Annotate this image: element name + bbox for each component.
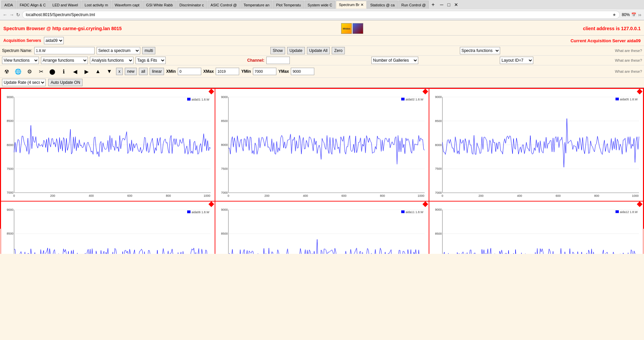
toolbar-row: ☢ 🌐 ⚙ ✂ ⬤ ℹ ◀ ▶ ▲ ▼ x new all linear XMi… (0, 65, 644, 78)
tab-gsi[interactable]: GSI White Rabb (143, 1, 176, 9)
tab-aida[interactable]: AIDA (1, 1, 16, 9)
new-button[interactable]: new (125, 68, 137, 75)
more-button[interactable]: ›› (638, 12, 641, 17)
linear-button[interactable]: linear (150, 68, 164, 75)
channel-label: Channel: (247, 58, 264, 63)
cut-icon[interactable]: ✂ (36, 67, 46, 76)
download-icon[interactable]: ▼ (105, 67, 114, 76)
what-are-1: What are these? (615, 49, 642, 53)
address-bar: ← → ↻ localhost:8015/Spectrum/Spectrum.t… (0, 9, 644, 20)
layout-id-dropdown[interactable]: Layout ID=7 (500, 57, 533, 64)
tab-bar: AIDA FADC Align & C LED and Wavel Lost a… (0, 0, 644, 9)
app-logo (353, 23, 363, 34)
zoom-level: 80% (622, 12, 630, 17)
tab-asic[interactable]: ASIC Control @ (208, 1, 240, 9)
chart-cell-aida05[interactable] (429, 89, 643, 201)
spectrum-name-input[interactable]: 1.8.W (34, 47, 95, 54)
acq-server-select[interactable]: aida09 (44, 37, 64, 44)
zoom-area: 80% 📅 (622, 12, 636, 17)
tab-discriminator[interactable]: Discriminator c (176, 1, 207, 9)
chart-cell-aida02[interactable] (215, 89, 429, 201)
tab-fadc[interactable]: FADC Align & C (17, 1, 49, 9)
what-are-2: What are these? (615, 58, 642, 62)
back-button[interactable]: ← (3, 12, 7, 17)
xmax-input[interactable]: 1019 (216, 68, 239, 75)
chart-canvas-aida05 (431, 90, 642, 200)
tab-lost[interactable]: Lost activity m (82, 1, 111, 9)
arrow-left-icon[interactable]: ◀ (70, 67, 80, 76)
num-galleries-dropdown[interactable]: Number of Galleries (371, 57, 418, 64)
close-button[interactable]: ✕ (453, 2, 460, 7)
tab-stats[interactable]: Statistics @ ca (367, 1, 398, 9)
reload-nav-button[interactable]: ↻ (16, 12, 20, 17)
chart-canvas-aida06 (2, 203, 213, 254)
page-header: Spectrum Browser @ http carme-gsi.cryrin… (0, 20, 644, 36)
spectrum-name-label: Spectrum Name: (2, 48, 32, 53)
browser-chrome: AIDA FADC Align & C LED and Wavel Lost a… (0, 0, 644, 20)
globe-icon[interactable]: 🌐 (13, 67, 23, 76)
x-button[interactable]: x (116, 68, 123, 75)
bookmark-icon: 📅 (631, 12, 636, 17)
auto-update-button[interactable]: Auto Update ON (48, 79, 83, 86)
tab-waveform[interactable]: Waveform capt (112, 1, 143, 9)
tab-temp[interactable]: Temperature an (240, 1, 272, 9)
channel-input[interactable] (266, 57, 290, 64)
tab-system[interactable]: System wide C (305, 1, 335, 9)
chart-cell-aida11[interactable] (215, 201, 429, 254)
minimize-button[interactable]: ─ (439, 2, 445, 7)
ymax-input[interactable]: 9000 (291, 68, 314, 75)
arrange-functions-dropdown[interactable]: Arrange functions (41, 57, 88, 64)
page-title: Spectrum Browser @ http carme-gsi.cryrin… (3, 26, 122, 31)
show-button[interactable]: Show (270, 47, 285, 54)
current-acq-server: Current Acquisition Server aida09 (571, 38, 641, 43)
tab-plot-temp[interactable]: Plot Temperatu (273, 1, 304, 9)
autoupdate-row: Update Rate (4 secs) Auto Update ON (0, 78, 644, 88)
chart-canvas-aida01 (2, 90, 213, 200)
view-functions-dropdown[interactable]: View functions (2, 57, 39, 64)
all-button[interactable]: all (139, 68, 148, 75)
arrow-right-icon[interactable]: ▶ (82, 67, 91, 76)
chart-cell-aida12[interactable] (429, 201, 643, 254)
chart-cell-aida06[interactable] (1, 201, 215, 254)
xmin-input[interactable]: 0 (178, 68, 201, 75)
tab-run[interactable]: Run Control @ (398, 1, 429, 9)
chart-canvas-aida11 (217, 203, 428, 254)
ymin-label: YMin (241, 69, 251, 74)
update-rate-dropdown[interactable]: Update Rate (4 secs) (2, 79, 46, 86)
multi-button[interactable]: multi (142, 47, 155, 54)
client-address: client address is 127.0.0.1 (583, 26, 641, 31)
settings-icon[interactable]: ⚙ (25, 67, 34, 76)
xmin-label: XMin (166, 69, 176, 74)
ymin-input[interactable]: 7000 (253, 68, 276, 75)
info-icon[interactable]: ℹ (59, 67, 68, 76)
url-text: localhost:8015/Spectrum/Spectrum.tml (26, 12, 612, 17)
midas-logo: Midas (341, 23, 352, 34)
new-tab-button[interactable]: + (429, 1, 436, 8)
xmax-label: XMax (203, 69, 214, 74)
select-spectrum-dropdown[interactable]: Select a spectrum (97, 47, 140, 54)
acq-servers-label: Acquisition Servers (3, 38, 41, 43)
spectra-functions-dropdown[interactable]: Spectra functions (460, 47, 500, 54)
radiation-icon[interactable]: ☢ (2, 67, 11, 76)
url-bar[interactable]: localhost:8015/Spectrum/Spectrum.tml ★ (22, 11, 620, 19)
tab-led[interactable]: LED and Wavel (49, 1, 81, 9)
analysis-functions-dropdown[interactable]: Analysis functions (90, 57, 133, 64)
maximize-button[interactable]: □ (446, 2, 451, 7)
spectrum-name-row: Spectrum Name: 1.8.W Select a spectrum m… (0, 46, 644, 56)
logo-area: Midas (341, 23, 363, 34)
circle-icon[interactable]: ⬤ (48, 67, 57, 76)
upload-icon[interactable]: ▲ (93, 67, 103, 76)
update-all-button[interactable]: Update All (307, 47, 330, 54)
charts-grid (0, 88, 644, 229)
chart-cell-aida01[interactable] (1, 89, 215, 201)
what-are-3: What are these? (615, 69, 642, 73)
zero-button[interactable]: Zero (332, 47, 345, 54)
tags-fits-dropdown[interactable]: Tags & Fits (136, 57, 166, 64)
forward-button[interactable]: → (9, 12, 14, 17)
chart-canvas-aida02 (217, 90, 428, 200)
tab-spectrum[interactable]: Spectrum Br ✕ (336, 1, 366, 9)
update-button[interactable]: Update (287, 47, 305, 54)
ymax-label: YMax (278, 69, 289, 74)
functions-row: View functions Arrange functions Analysi… (0, 56, 644, 65)
acq-bar: Acquisition Servers aida09 Current Acqui… (0, 36, 644, 46)
